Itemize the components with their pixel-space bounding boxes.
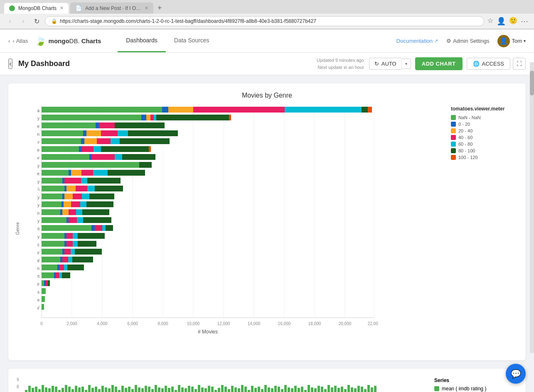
atlas-link[interactable]: ‹ Atlas — [8, 38, 28, 44]
svg-rect-257 — [288, 387, 290, 392]
svg-text:14,000: 14,000 — [248, 321, 261, 326]
update-info: Updated 9 minutes ago Next update in an … — [317, 57, 364, 71]
reload-button[interactable]: ↻ — [32, 16, 42, 26]
svg-rect-115 — [62, 209, 69, 215]
admin-settings-link[interactable]: ⚙ Admin Settings — [446, 38, 489, 44]
url-text: https://charts-stage.mongodb.com/charts-… — [60, 18, 478, 24]
lock-icon: 🔒 — [51, 18, 57, 24]
svg-rect-268 — [324, 389, 327, 392]
chart-legend: tomatoes.viewer.meter NaN - NaN 0 - 20 2… — [451, 106, 517, 352]
svg-rect-132 — [42, 233, 64, 239]
svg-text:2,000: 2,000 — [66, 321, 77, 326]
svg-rect-103 — [82, 194, 89, 199]
svg-rect-134 — [66, 233, 73, 239]
second-chart-svg — [25, 377, 378, 392]
svg-rect-232 — [204, 388, 207, 392]
legend-title: tomatoes.viewer.meter — [451, 106, 517, 112]
legend-color-40-60 — [451, 135, 456, 140]
svg-rect-60 — [111, 138, 120, 144]
svg-rect-82 — [81, 170, 93, 176]
svg-rect-171 — [48, 280, 50, 286]
documentation-link[interactable]: Documentation ↗ — [396, 38, 438, 44]
nav-tab-datasources[interactable]: Data Sources — [166, 29, 218, 52]
tab-blog[interactable]: 📄 Add a New Post · If I Only Had a ✕ — [70, 2, 153, 14]
svg-rect-58 — [84, 138, 97, 144]
svg-text:20,000: 20,000 — [339, 321, 352, 326]
svg-rect-231 — [201, 387, 204, 392]
svg-rect-72 — [92, 154, 115, 160]
svg-rect-40 — [154, 115, 156, 120]
svg-rect-195 — [81, 387, 84, 392]
star-icon[interactable]: ☆ — [487, 17, 493, 26]
svg-rect-225 — [181, 387, 184, 392]
svg-rect-38 — [146, 115, 150, 120]
svg-rect-128 — [95, 225, 102, 231]
svg-rect-116 — [69, 209, 76, 215]
chart-main: Genre 0 2,000 4,000 — [17, 106, 443, 352]
svg-rect-194 — [78, 387, 81, 392]
chat-button[interactable]: 💬 — [506, 364, 526, 384]
emoji-icon[interactable]: 🙂 — [509, 17, 517, 26]
svg-rect-160 — [67, 265, 84, 270]
add-chart-button[interactable]: ADD CHART — [415, 57, 463, 70]
back-nav-button[interactable]: ‹ — [5, 16, 15, 26]
svg-rect-234 — [211, 387, 214, 392]
svg-rect-211 — [135, 385, 137, 392]
back-button[interactable]: ‹ — [8, 59, 12, 69]
tab-blog-close[interactable]: ✕ — [145, 5, 148, 11]
svg-rect-46 — [99, 122, 115, 128]
svg-rect-217 — [155, 385, 157, 392]
svg-rect-113 — [42, 209, 60, 215]
y-axis-label: Genre — [15, 222, 20, 235]
nav-tab-dashboards[interactable]: Dashboards — [118, 29, 166, 52]
svg-rect-185 — [48, 388, 51, 392]
legend-item-0-20: 0 - 20 — [451, 122, 517, 127]
svg-rect-283 — [374, 386, 377, 392]
svg-rect-181 — [35, 387, 37, 392]
svg-rect-41 — [156, 115, 229, 120]
series-color-imdb — [434, 386, 439, 391]
profile-icon[interactable]: 👤 — [497, 17, 506, 26]
browser-actions: ☆ 👤 🙂 ⋯ — [487, 17, 529, 26]
svg-rect-214 — [145, 386, 147, 392]
y-tick-9: 9 — [17, 377, 19, 382]
user-chevron-icon[interactable]: ▾ — [524, 39, 526, 43]
external-link-icon: ↗ — [434, 38, 438, 44]
svg-rect-106 — [42, 201, 62, 207]
access-button[interactable]: 🌐 ACCESS — [467, 58, 510, 70]
svg-rect-81 — [71, 170, 81, 176]
svg-rect-90 — [87, 178, 121, 184]
update-time: Updated 9 minutes ago — [317, 57, 364, 64]
svg-rect-259 — [294, 386, 297, 392]
new-tab-button[interactable]: + — [155, 4, 165, 12]
svg-rect-219 — [161, 388, 164, 392]
scrollbar-thumb[interactable] — [530, 71, 534, 96]
svg-rect-96 — [87, 186, 95, 191]
tab-close-btn[interactable]: ✕ — [60, 5, 64, 11]
svg-rect-278 — [357, 386, 360, 392]
menu-icon[interactable]: ⋯ — [521, 17, 529, 26]
svg-rect-36 — [42, 115, 141, 120]
dashboard-title: My Dashboard — [18, 59, 317, 68]
right-scrollbar[interactable] — [530, 62, 534, 353]
auto-refresh-button[interactable]: ↻ AUTO — [369, 58, 401, 70]
svg-text:Documentary: Documentary — [37, 164, 39, 168]
svg-rect-109 — [71, 201, 80, 207]
auto-refresh-dropdown[interactable]: ▾ — [401, 59, 411, 69]
svg-rect-42 — [229, 115, 231, 120]
svg-rect-28 — [42, 107, 162, 113]
svg-rect-173 — [42, 288, 46, 294]
legend-item-80-100: 80 - 100 — [451, 148, 517, 153]
tab-mongodb-charts[interactable]: MongoDB Charts ✕ — [4, 3, 69, 14]
svg-rect-188 — [58, 390, 61, 392]
expand-button[interactable]: ⛶ — [513, 58, 526, 70]
svg-text:16,000: 16,000 — [278, 321, 291, 326]
svg-text:22,000: 22,000 — [368, 321, 378, 326]
svg-rect-218 — [158, 387, 160, 392]
svg-rect-245 — [248, 390, 250, 392]
svg-rect-258 — [291, 388, 293, 392]
svg-rect-210 — [131, 389, 134, 392]
url-bar[interactable]: 🔒 https://charts-stage.mongodb.com/chart… — [45, 16, 484, 26]
svg-text:Western: Western — [37, 266, 39, 271]
forward-nav-button[interactable]: › — [18, 16, 28, 26]
